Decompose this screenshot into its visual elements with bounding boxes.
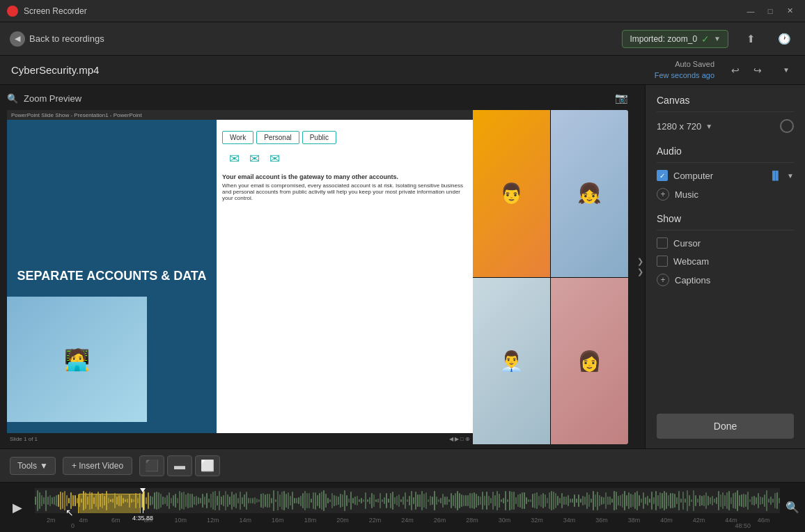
timeline-start-time: 0 — [71, 522, 75, 529]
history-icon-button[interactable]: 🕐 — [773, 28, 795, 50]
computer-audio-checkbox[interactable] — [657, 170, 668, 181]
cursor-show-item: Cursor — [657, 237, 794, 249]
webcam-person-2: 👧 — [577, 182, 602, 205]
layout-btn-2[interactable]: ▬ — [167, 455, 192, 476]
tools-label: Tools — [17, 461, 37, 471]
captions-add-button[interactable]: + — [657, 274, 669, 286]
slide-person-image: 🧑‍💻 — [7, 297, 147, 422]
layout-buttons: ⬛ ▬ ⬜ — [139, 455, 220, 476]
slide-heading: SEPARATE ACCOUNTS & DATA — [17, 269, 207, 284]
ruler-mark: 46m — [747, 517, 780, 524]
autosaved-time: Few seconds ago — [655, 70, 714, 81]
search-icon: 🔍 — [7, 93, 18, 104]
canvas-row: 1280 x 720 ▼ — [657, 119, 794, 133]
undo-redo-controls: ↩ ↪ — [726, 61, 767, 80]
import-label: Imported: zoom_0 — [630, 34, 697, 44]
filename-label: CyberSecurity.mp4 — [11, 64, 643, 76]
clip-segment[interactable] — [78, 494, 141, 513]
ruler-mark: 30m — [488, 517, 521, 524]
tab-personal: Personal — [256, 131, 299, 144]
webcam-label: Webcam — [673, 256, 709, 267]
webcam-cell-3: 👨‍💼 — [473, 278, 550, 445]
canvas-size-selector[interactable]: 1280 x 720 ▼ — [657, 121, 712, 132]
slide-main: SEPARATE ACCOUNTS & DATA Work Personal P… — [7, 120, 473, 433]
filebar: CyberSecurity.mp4 Auto Saved Few seconds… — [0, 56, 805, 85]
slide-body-text: Your email account is the gateway to man… — [222, 173, 467, 201]
close-button[interactable]: ✕ — [781, 3, 798, 19]
tab-work: Work — [222, 131, 253, 144]
webcam-checkbox[interactable] — [657, 256, 668, 267]
back-label: Back to recordings — [29, 33, 104, 44]
captions-show-item: + Captions — [657, 274, 794, 286]
canvas-size-chevron: ▼ — [705, 123, 712, 130]
ruler-mark: 32m — [521, 517, 554, 524]
main-content: 🔍 Zoom Preview 📷 PowerPoint Slide Show -… — [0, 85, 805, 448]
slide-bold-text: Your email account is the gateway to man… — [222, 173, 467, 180]
cursor-checkbox[interactable] — [657, 237, 668, 249]
canvas-size-label: 1280 x 720 — [657, 121, 701, 132]
preview-panel: 🔍 Zoom Preview 📷 PowerPoint Slide Show -… — [0, 85, 635, 448]
email-icon-3: ✉ — [269, 151, 280, 166]
tools-chevron: ▼ — [40, 461, 48, 471]
layout-btn-3[interactable]: ⬜ — [195, 455, 220, 476]
maximize-button[interactable]: □ — [762, 3, 779, 19]
upload-icon-button[interactable]: ⬆ — [740, 28, 762, 50]
right-panel: Canvas 1280 x 720 ▼ Audio Computer ▐▌ ▼ … — [645, 85, 805, 448]
computer-audio-label: Computer — [673, 171, 764, 181]
topbar: ◀ Back to recordings Imported: zoom_0 ✓ … — [0, 22, 805, 56]
play-button[interactable]: ▶ — [0, 483, 35, 532]
ruler-mark: 18m — [294, 517, 327, 524]
music-add-button[interactable]: + — [657, 188, 669, 201]
audio-title: Audio — [657, 146, 794, 163]
email-icons-row: ✉ ✉ ✉ — [229, 151, 467, 166]
filebar-dropdown-button[interactable]: ▼ — [779, 63, 794, 78]
ruler-mark: 2m — [35, 517, 68, 524]
canvas-section: Canvas 1280 x 720 ▼ — [657, 95, 794, 133]
captions-label: Captions — [675, 275, 710, 285]
timeline-end-time: 48:50 — [735, 522, 751, 529]
show-section: Show Cursor Webcam + Captions — [657, 213, 794, 286]
minimize-button[interactable]: — — [742, 3, 759, 19]
undo-button[interactable]: ↩ — [726, 61, 745, 80]
slide-topbar: PowerPoint Slide Show - Presentation1 - … — [7, 110, 473, 120]
timeline-track[interactable]: ↖ 2m4m6m8m10m12m14m16m18m20m22m24m26m28m… — [35, 483, 780, 532]
music-audio-label: Music — [675, 189, 794, 200]
webcam-cell-2: 👧 — [551, 110, 628, 277]
webcam-show-item: Webcam — [657, 256, 794, 267]
canvas-title: Canvas — [657, 95, 794, 112]
tab-public: Public — [302, 131, 336, 144]
ruler-mark: 14m — [229, 517, 262, 524]
done-button[interactable]: Done — [657, 414, 794, 439]
email-icon-1: ✉ — [229, 151, 240, 166]
layout-btn-1[interactable]: ⬛ — [139, 455, 164, 476]
tools-button[interactable]: Tools ▼ — [10, 457, 56, 475]
ruler-mark: 10m — [164, 517, 197, 524]
computer-audio-item: Computer ▐▌ ▼ — [657, 170, 794, 181]
webcam-cell-1: 👨 — [473, 110, 550, 277]
waveform — [35, 488, 780, 513]
ruler-mark: 40m — [650, 517, 683, 524]
webcam-grid: 👨 👧 👨‍💼 👩 — [473, 110, 628, 444]
back-to-recordings-button[interactable]: ◀ Back to recordings — [10, 31, 104, 47]
panel-expand-handle[interactable]: ❯ ❯ — [635, 85, 645, 448]
cursor-icon: ↖ — [65, 507, 74, 518]
redo-button[interactable]: ↪ — [748, 61, 767, 80]
app-icon — [7, 6, 18, 17]
show-title: Show — [657, 213, 794, 230]
import-dropdown-arrow[interactable]: ▼ — [714, 35, 721, 42]
video-container: PowerPoint Slide Show - Presentation1 - … — [7, 110, 628, 444]
tab-row: Work Personal Public — [222, 131, 467, 144]
ruler-mark: 22m — [359, 517, 391, 524]
ruler-mark: 38m — [618, 517, 650, 524]
insert-video-button[interactable]: + Insert Video — [63, 457, 132, 475]
webcam-person-4: 👩 — [577, 350, 602, 373]
playhead[interactable] — [143, 488, 143, 513]
timeline: ▶ ↖ 2m4m6m8m10m12m14m16m18m20m22m24m26m2… — [0, 482, 805, 532]
computer-audio-dropdown[interactable]: ▼ — [787, 172, 794, 180]
webcam-person-3: 👨‍💼 — [499, 350, 524, 373]
timeline-search-icon[interactable]: 🔍 — [780, 483, 805, 532]
webcam-person-1: 👨 — [499, 182, 524, 205]
bottom-toolbar: Tools ▼ + Insert Video ⬛ ▬ ⬜ — [0, 448, 805, 482]
camera-icon[interactable]: 📷 — [615, 92, 628, 104]
back-arrow-icon: ◀ — [10, 31, 25, 47]
